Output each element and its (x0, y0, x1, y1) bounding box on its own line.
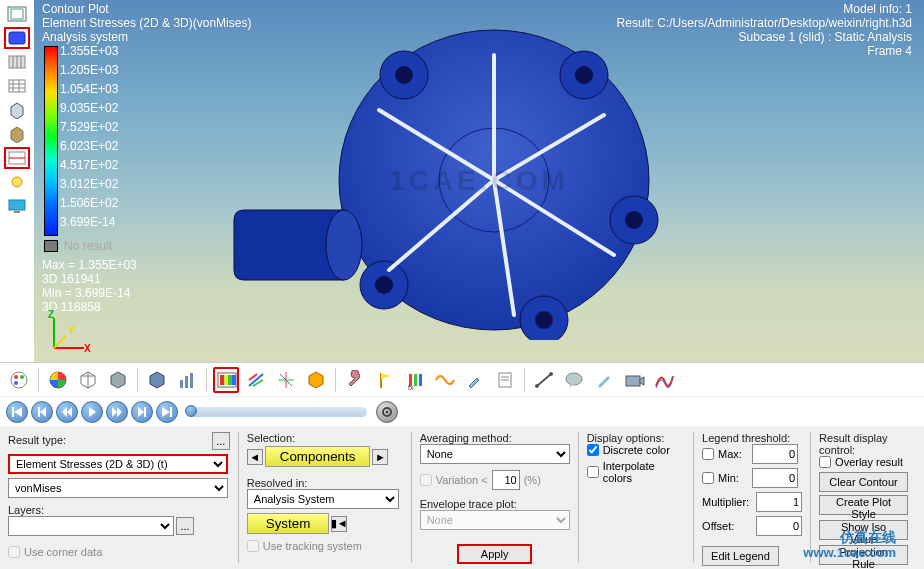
slider-handle[interactable] (185, 405, 197, 417)
edit-icon[interactable] (591, 367, 617, 393)
svg-rect-1 (11, 9, 23, 19)
svg-point-27 (625, 211, 643, 229)
result-type-more-button[interactable]: ... (212, 432, 230, 450)
svg-rect-54 (220, 375, 224, 385)
system-pick-button[interactable]: ▮◄ (331, 516, 347, 532)
wrench-icon[interactable] (342, 367, 368, 393)
svg-rect-76 (626, 376, 640, 386)
measure-icon[interactable] (531, 367, 557, 393)
tool-contour-icon[interactable] (4, 27, 30, 49)
block-icon[interactable] (144, 367, 170, 393)
legend-v2: 1.054E+03 (60, 82, 118, 96)
create-plot-style-button[interactable]: Create Plot Style (819, 495, 908, 515)
forward-button[interactable] (106, 401, 128, 423)
svg-line-38 (54, 336, 66, 348)
frame-slider[interactable] (187, 407, 367, 417)
svg-rect-15 (9, 200, 25, 210)
deformed-icon[interactable] (303, 367, 329, 393)
result-type-select[interactable]: Element Stresses (2D & 3D) (t) (8, 454, 228, 474)
color-wheel-icon[interactable] (45, 367, 71, 393)
result-component-select[interactable]: vonMises (8, 478, 228, 498)
interpolate-checkbox[interactable] (587, 466, 599, 478)
averaging-label: Averaging method: (420, 432, 512, 444)
discrete-color-checkbox[interactable] (587, 444, 599, 456)
min-input[interactable] (752, 468, 798, 488)
edit-legend-button[interactable]: Edit Legend (702, 546, 779, 566)
note-icon[interactable] (492, 367, 518, 393)
tensor-icon[interactable] (273, 367, 299, 393)
vector-result-icon[interactable] (243, 367, 269, 393)
max-input[interactable] (752, 444, 798, 464)
resolved-select[interactable]: Analysis System (247, 489, 399, 509)
offset-input[interactable] (756, 516, 802, 536)
triad-icon: Z X Y (44, 308, 92, 356)
max-checkbox[interactable] (702, 448, 714, 460)
plot-fx-icon[interactable]: fx (402, 367, 428, 393)
camera-icon[interactable] (621, 367, 647, 393)
shaded-icon[interactable] (105, 367, 131, 393)
averaging-select[interactable]: None (420, 444, 570, 464)
tool-lighting-icon[interactable] (4, 171, 30, 193)
chat-icon[interactable] (561, 367, 587, 393)
mult-input[interactable] (756, 492, 802, 512)
svg-text:Y: Y (68, 325, 75, 336)
last-frame-button[interactable] (156, 401, 178, 423)
clear-contour-button[interactable]: Clear Contour (819, 472, 908, 492)
use-tracking-checkbox[interactable] (247, 540, 259, 552)
svg-point-78 (386, 410, 389, 413)
curve-icon[interactable] (651, 367, 677, 393)
layers-label: Layers: (8, 504, 44, 516)
tool-iso-icon[interactable] (4, 3, 30, 25)
prev-step-button[interactable] (31, 401, 53, 423)
palette-icon[interactable] (6, 367, 32, 393)
use-corner-checkbox[interactable] (8, 546, 20, 558)
viewport[interactable]: Contour Plot Element Stresses (2D & 3D)(… (34, 0, 924, 362)
subcase: Subcase 1 (slid) : Static Analysis (739, 30, 912, 44)
tool-grid2-icon[interactable] (4, 75, 30, 97)
flag-icon[interactable] (372, 367, 398, 393)
legend-v7: 3.012E+02 (60, 177, 118, 191)
svg-point-25 (395, 66, 413, 84)
bars-icon[interactable] (174, 367, 200, 393)
next-step-button[interactable] (131, 401, 153, 423)
brush-icon[interactable] (462, 367, 488, 393)
tool-plane-icon[interactable] (4, 147, 30, 169)
playback-settings-button[interactable] (376, 401, 398, 423)
legend-v5: 6.023E+02 (60, 139, 118, 153)
play-button[interactable] (81, 401, 103, 423)
svg-point-26 (575, 66, 593, 84)
min-checkbox[interactable] (702, 472, 714, 484)
svg-point-28 (535, 311, 553, 329)
selection-prev-button[interactable]: ◄ (247, 449, 263, 465)
max-label: Max: (718, 448, 748, 460)
tool-cube2-icon[interactable] (4, 123, 30, 145)
rewind-button[interactable] (56, 401, 78, 423)
contour-result-icon[interactable] (213, 367, 239, 393)
use-tracking-label: Use tracking system (263, 540, 362, 552)
layers-select[interactable] (8, 516, 174, 536)
interpolate-label: Interpolate colors (603, 460, 685, 484)
selection-next-button[interactable]: ► (372, 449, 388, 465)
overlay-checkbox[interactable] (819, 456, 831, 468)
svg-point-75 (566, 373, 582, 385)
wireframe-icon[interactable] (75, 367, 101, 393)
variation-pct: (%) (524, 474, 541, 486)
system-button[interactable]: System (247, 513, 329, 534)
left-toolbar (0, 0, 34, 362)
frame: Frame 4 (867, 44, 912, 58)
variation-input[interactable] (492, 470, 520, 490)
envelope-select[interactable]: None (420, 510, 570, 530)
first-frame-button[interactable] (6, 401, 28, 423)
apply-button[interactable]: Apply (457, 544, 533, 564)
tool-monitor-icon[interactable] (4, 195, 30, 217)
no-result-label: No result (64, 239, 112, 253)
svg-point-73 (535, 384, 539, 388)
svg-point-29 (375, 276, 393, 294)
layers-more-button[interactable]: ... (176, 517, 194, 535)
wave-icon[interactable] (432, 367, 458, 393)
svg-rect-66 (414, 374, 417, 386)
tool-grid1-icon[interactable] (4, 51, 30, 73)
tool-cube1-icon[interactable] (4, 99, 30, 121)
variation-checkbox[interactable] (420, 474, 432, 486)
selection-components-button[interactable]: Components (265, 446, 371, 467)
